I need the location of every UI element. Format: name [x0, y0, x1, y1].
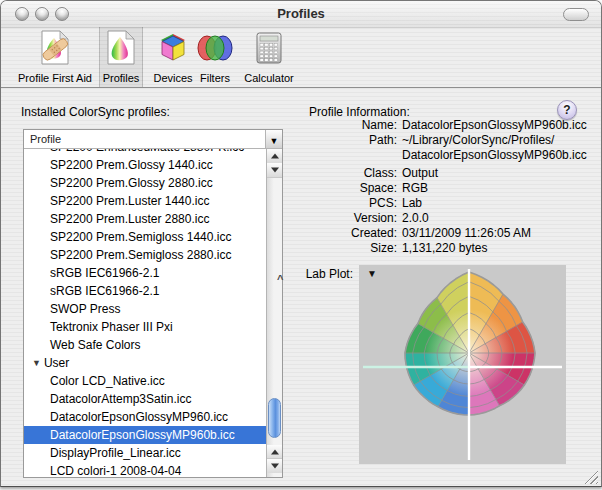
lab-plot-label: Lab Plot: [297, 267, 353, 281]
list-item[interactable]: DisplayProfile_Linear.icc [24, 444, 266, 462]
field-value: Lab [402, 196, 422, 211]
field-value: 1,131,220 bytes [402, 241, 487, 256]
toolbar-item-profiles[interactable]: Profiles [99, 27, 143, 87]
resize-grip[interactable] [584, 470, 598, 484]
list-item-label: Tektronix Phaser III Pxi [50, 320, 173, 334]
field-value: Output [402, 166, 438, 181]
list-item-label: Color LCD_Native.icc [50, 374, 165, 388]
info-field-row: DatacolorEpsonGlossyMP960b.icc [301, 148, 593, 163]
list-item-label: SP2200 EnhancedMatte 2880PK.icc [50, 149, 244, 154]
info-field-row: Class:Output [301, 166, 593, 181]
field-label [301, 148, 402, 163]
list-item[interactable]: DatacolorAttemp3Satin.icc [24, 390, 266, 408]
field-label: Created: [301, 226, 402, 241]
list-item[interactable]: SP2200 Prem.Luster 1440.icc [24, 192, 266, 210]
toolbar-item-label: Profiles [100, 72, 142, 84]
list-group-row[interactable]: ▼User [24, 354, 266, 372]
list-item[interactable]: SP2200 EnhancedMatte 2880PK.icc [24, 149, 266, 156]
profile-fields: Name:DatacolorEpsonGlossyMP960b.iccPath:… [301, 118, 593, 256]
list-item[interactable]: Color LCD_Native.icc [24, 372, 266, 390]
toolbar-item-label: Devices [147, 72, 199, 84]
profile-list-rows: SP2200 EnhancedMatte 2880PK.iccSP2200 Pr… [24, 149, 266, 477]
list-item-label: LCD colori-1 2008-04-04 [50, 464, 181, 477]
lab-plot-svg[interactable] [359, 265, 566, 464]
list-item[interactable]: DatacolorEpsonGlossyMP960b.icc [24, 426, 266, 444]
column-dropdown-button[interactable]: ▼ [265, 130, 282, 148]
scroll-up-icon [271, 450, 279, 455]
toolbar: Profile First Aid Profile [1, 27, 601, 88]
list-item-label: sRGB IEC61966-2.1 [50, 266, 159, 280]
list-item-label: SP2200 Prem.Glossy 2880.icc [50, 176, 213, 190]
info-field-row: Size:1,131,220 bytes [301, 241, 593, 256]
list-item[interactable]: SP2200 Prem.Glossy 1440.icc [24, 156, 266, 174]
filters-icon [193, 29, 237, 67]
list-item[interactable]: sRGB IEC61966-2.1 [24, 282, 266, 300]
toolbar-item-devices[interactable]: Devices [147, 27, 199, 87]
list-item-label: DatacolorEpsonGlossyMP960.icc [50, 410, 228, 424]
field-label: Space: [301, 181, 402, 196]
list-item[interactable]: LCD colori-1 2008-04-04 [24, 462, 266, 477]
field-label: Size: [301, 241, 402, 256]
profile-information-heading: Profile Information: [309, 105, 410, 119]
help-button[interactable]: ? [557, 100, 577, 120]
list-item[interactable]: SP2200 Prem.Luster 2880.icc [24, 210, 266, 228]
info-field-row: PCS:Lab [301, 196, 593, 211]
list-item-label: SP2200 Prem.Luster 2880.icc [50, 212, 209, 226]
list-item-label: DatacolorEpsonGlossyMP960b.icc [50, 428, 235, 442]
field-label: Class: [301, 166, 402, 181]
pane-splitter-handle[interactable]: ^ [277, 273, 283, 285]
scroll-down-button-bottom[interactable] [267, 458, 282, 473]
scroll-down-icon [271, 464, 279, 469]
list-item-label: SWOP Press [50, 302, 120, 316]
list-item[interactable]: SP2200 Prem.Glossy 2880.icc [24, 174, 266, 192]
toolbar-item-profile-first-aid[interactable]: Profile First Aid [9, 27, 101, 87]
list-item[interactable]: SP2200 Prem.Semigloss 1440.icc [24, 228, 266, 246]
list-item-label: DisplayProfile_Linear.icc [50, 446, 181, 460]
list-item[interactable]: SP2200 Prem.Semigloss 2880.icc [24, 246, 266, 264]
scroll-down-button[interactable] [267, 163, 282, 178]
list-item[interactable]: SWOP Press [24, 300, 266, 318]
toolbar-item-filters[interactable]: Filters [193, 27, 237, 87]
lab-plot-area[interactable]: ▼ [359, 265, 566, 464]
list-item-label: SP2200 Prem.Semigloss 2880.icc [50, 248, 231, 262]
profile-first-aid-icon [9, 29, 101, 67]
list-item[interactable]: DatacolorEpsonGlossyMP960.icc [24, 408, 266, 426]
field-label: Name: [301, 118, 402, 133]
list-item-label: SP2200 Prem.Luster 1440.icc [50, 194, 209, 208]
scrollbar-thumb[interactable] [268, 398, 281, 438]
list-item[interactable]: Tektronix Phaser III Pxi [24, 318, 266, 336]
toolbar-toggle-button[interactable] [563, 8, 589, 21]
field-value: DatacolorEpsonGlossyMP960b.icc [402, 118, 587, 133]
profile-column-header: Profile [30, 130, 61, 148]
info-field-row: Name:DatacolorEpsonGlossyMP960b.icc [301, 118, 593, 133]
info-field-row: Version:2.0.0 [301, 211, 593, 226]
list-item-label: Web Safe Colors [50, 338, 141, 352]
field-value: DatacolorEpsonGlossyMP960b.icc [402, 148, 587, 163]
profile-list: Profile ▼ SP2200 EnhancedMatte 2880PK.ic… [23, 129, 283, 478]
dropdown-arrow-icon: ▼ [270, 136, 279, 146]
field-label: Path: [301, 133, 402, 148]
list-item-label: DatacolorAttemp3Satin.icc [50, 392, 191, 406]
list-item[interactable]: sRGB IEC61966-2.1 [24, 264, 266, 282]
group-disclosure-icon[interactable]: ▼ [32, 358, 41, 368]
field-value: 2.0.0 [402, 211, 429, 226]
field-label: Version: [301, 211, 402, 226]
field-value: 03/11/2009 11:26:05 AM [402, 226, 531, 241]
vertical-scrollbar[interactable] [266, 149, 282, 477]
scroll-up-button-bottom[interactable] [267, 445, 282, 459]
list-item[interactable]: Web Safe Colors [24, 336, 266, 354]
title-bar: Profiles [1, 1, 601, 28]
field-value: ~/Library/ColorSync/Profiles/ [402, 133, 554, 148]
list-item-label: sRGB IEC61966-2.1 [50, 284, 159, 298]
scroll-up-button[interactable] [267, 149, 282, 163]
toolbar-item-calculator[interactable]: Calculator [237, 27, 301, 87]
calculator-icon [237, 29, 301, 67]
field-value: RGB [402, 181, 428, 196]
toolbar-item-label: Filters [193, 72, 237, 84]
list-item-label: SP2200 Prem.Glossy 1440.icc [50, 158, 213, 172]
window-title: Profiles [1, 1, 601, 27]
scroll-up-icon [271, 154, 279, 159]
installed-profiles-heading: Installed ColorSync profiles: [21, 105, 170, 119]
info-field-row: Space:RGB [301, 181, 593, 196]
profile-list-header[interactable]: Profile ▼ [24, 130, 282, 149]
